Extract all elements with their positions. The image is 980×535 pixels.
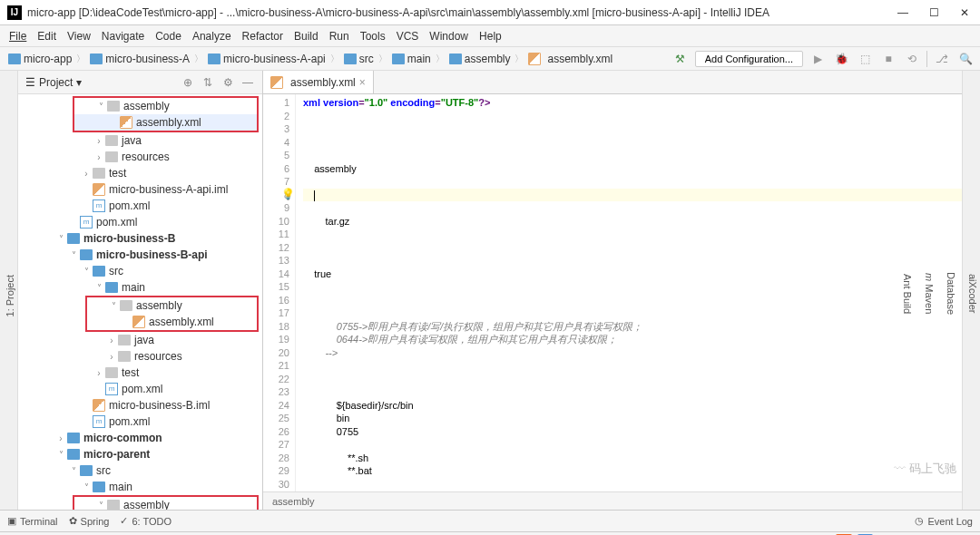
tree-node-micro-parent[interactable]: ˅micro-parent <box>18 446 262 462</box>
tree-node-pom-xml[interactable]: mpom.xml <box>18 381 262 397</box>
tree-node-assembly-xml[interactable]: assembly.xml <box>87 314 257 330</box>
menu-window[interactable]: Window <box>424 28 474 44</box>
menu-edit[interactable]: Edit <box>32 28 62 44</box>
close-button[interactable]: ✕ <box>956 5 973 21</box>
menu-tools[interactable]: Tools <box>355 28 391 44</box>
tree-arrow-icon[interactable]: ˅ <box>56 450 65 459</box>
project-view-selector[interactable]: Project ▾ <box>39 76 82 89</box>
close-tab-icon[interactable]: × <box>359 76 366 89</box>
tree-arrow-icon[interactable]: › <box>107 352 116 361</box>
crumb-file[interactable]: assembly.xml <box>525 52 615 66</box>
tree-arrow-icon[interactable] <box>82 201 91 210</box>
tree-node-micro-business-B-api[interactable]: ˅micro-business-B-api <box>18 247 262 263</box>
coverage-icon[interactable]: ⬚ <box>856 50 874 68</box>
crumb-4[interactable]: main <box>389 52 434 66</box>
project-tree[interactable]: ˅assemblyassembly.xml›java›resources›tes… <box>18 94 262 510</box>
tree-arrow-icon[interactable] <box>69 218 78 227</box>
tree-arrow-icon[interactable] <box>82 185 91 194</box>
tree-node-micro-business-A-api-iml[interactable]: micro-business-A-api.iml <box>18 181 262 198</box>
bulb-icon[interactable]: 💡 <box>281 188 295 201</box>
crumb-2[interactable]: micro-business-A-api <box>205 52 328 66</box>
tree-node-micro-business-B[interactable]: ˅micro-business-B <box>18 230 262 247</box>
crumb-3[interactable]: src <box>341 52 377 66</box>
tab-aixcoder[interactable]: aiXcoder <box>965 268 980 318</box>
tree-arrow-icon[interactable]: ˅ <box>96 102 105 111</box>
tree-node-test[interactable]: ›test <box>18 365 262 381</box>
refresh-icon[interactable]: ⟲ <box>903 50 921 68</box>
tree-arrow-icon[interactable] <box>82 417 91 426</box>
tree-node-micro-common[interactable]: ›micro-common <box>18 430 262 446</box>
minimize-button[interactable]: — <box>895 5 911 21</box>
menu-view[interactable]: View <box>62 28 96 44</box>
menu-vcs[interactable]: VCS <box>391 28 425 44</box>
tree-arrow-icon[interactable]: ˅ <box>82 267 91 276</box>
tree-node-pom-xml[interactable]: mpom.xml <box>18 413 262 430</box>
tree-node-pom-xml[interactable]: mpom.xml <box>18 214 262 230</box>
tree-arrow-icon[interactable] <box>122 317 131 326</box>
tree-arrow-icon[interactable]: ˅ <box>69 466 78 475</box>
menu-code[interactable]: Code <box>150 28 187 44</box>
tree-node-resources[interactable]: ›resources <box>18 348 262 365</box>
editor-content[interactable]: 1234567891011121314151617181920212223242… <box>263 94 962 491</box>
hammer-icon[interactable]: ⚒ <box>671 50 690 68</box>
tree-arrow-icon[interactable]: ˅ <box>82 482 91 491</box>
tree-arrow-icon[interactable]: › <box>94 136 103 145</box>
search-icon[interactable]: 🔍 <box>956 50 975 68</box>
code-view[interactable]: xml version="1.0" encoding="UTF-8"?> ass… <box>296 94 962 491</box>
debug-icon[interactable]: 🐞 <box>832 50 850 68</box>
tree-node-java[interactable]: ›java <box>18 132 262 149</box>
tree-node-assembly[interactable]: ˅assembly <box>87 297 257 314</box>
menu-build[interactable]: Build <box>289 28 324 44</box>
menu-refactor[interactable]: Refactor <box>237 28 289 44</box>
tree-node-java[interactable]: ›java <box>18 332 262 348</box>
tree-arrow-icon[interactable]: ˅ <box>69 250 78 259</box>
tab-project[interactable]: 1: Project <box>3 269 17 322</box>
menu-help[interactable]: Help <box>474 28 507 44</box>
menu-run[interactable]: Run <box>324 28 355 44</box>
tree-node-assembly-xml[interactable]: assembly.xml <box>74 114 257 131</box>
editor-breadcrumb-bottom[interactable]: assembly <box>263 491 962 510</box>
crumb-root[interactable]: micro-app <box>5 52 74 66</box>
tree-node-main[interactable]: ˅main <box>18 279 262 296</box>
event-log[interactable]: ◷ Event Log <box>915 515 973 527</box>
tree-arrow-icon[interactable]: ˅ <box>56 234 65 243</box>
tree-node-main[interactable]: ˅main <box>18 479 262 495</box>
tree-node-micro-business-B-iml[interactable]: micro-business-B.iml <box>18 397 262 413</box>
tree-node-src[interactable]: ˅src <box>18 263 262 279</box>
tree-node-resources[interactable]: ›resources <box>18 149 262 165</box>
tree-node-test[interactable]: ›test <box>18 165 262 181</box>
spring-tab[interactable]: ✿ Spring <box>69 515 110 527</box>
tree-arrow-icon[interactable]: › <box>56 433 65 443</box>
tree-node-pom-xml[interactable]: mpom.xml <box>18 198 262 214</box>
stop-icon[interactable]: ■ <box>879 50 897 68</box>
crumb-1[interactable]: micro-business-A <box>87 52 192 66</box>
tree-node-src[interactable]: ˅src <box>18 462 262 479</box>
target-icon[interactable]: ⊕ <box>181 76 195 89</box>
run-icon[interactable]: ▶ <box>808 50 827 68</box>
tree-arrow-icon[interactable] <box>82 401 91 410</box>
tree-arrow-icon[interactable]: ˅ <box>96 501 105 510</box>
tree-arrow-icon[interactable] <box>109 118 118 127</box>
sort-icon[interactable]: ⇅ <box>201 76 215 89</box>
tree-arrow-icon[interactable]: › <box>94 368 103 377</box>
terminal-tab[interactable]: ▣ Terminal <box>7 515 58 527</box>
crumb-5[interactable]: assembly <box>446 52 514 66</box>
tree-node-assembly[interactable]: ˅assembly <box>74 98 257 114</box>
tree-arrow-icon[interactable]: ˅ <box>109 301 118 310</box>
add-configuration-button[interactable]: Add Configuration... <box>695 51 803 67</box>
tree-arrow-icon[interactable] <box>94 384 103 394</box>
tree-arrow-icon[interactable]: › <box>107 336 116 345</box>
hide-icon[interactable]: — <box>240 76 255 89</box>
tree-arrow-icon[interactable]: › <box>82 169 91 178</box>
tree-node-assembly[interactable]: ˅assembly <box>74 497 257 510</box>
menu-analyze[interactable]: Analyze <box>187 28 237 44</box>
maximize-button[interactable]: ☐ <box>926 5 942 21</box>
tree-arrow-icon[interactable]: ˅ <box>94 283 103 292</box>
git-icon[interactable]: ⎇ <box>933 50 951 68</box>
gear-icon[interactable]: ⚙ <box>220 76 235 89</box>
menu-navigate[interactable]: Navigate <box>96 28 150 44</box>
editor-tab-assembly[interactable]: assembly.xml × <box>263 71 374 93</box>
todo-tab[interactable]: ✓ 6: TODO <box>120 515 172 527</box>
menu-file[interactable]: File <box>4 28 32 44</box>
tree-arrow-icon[interactable]: › <box>94 152 103 161</box>
